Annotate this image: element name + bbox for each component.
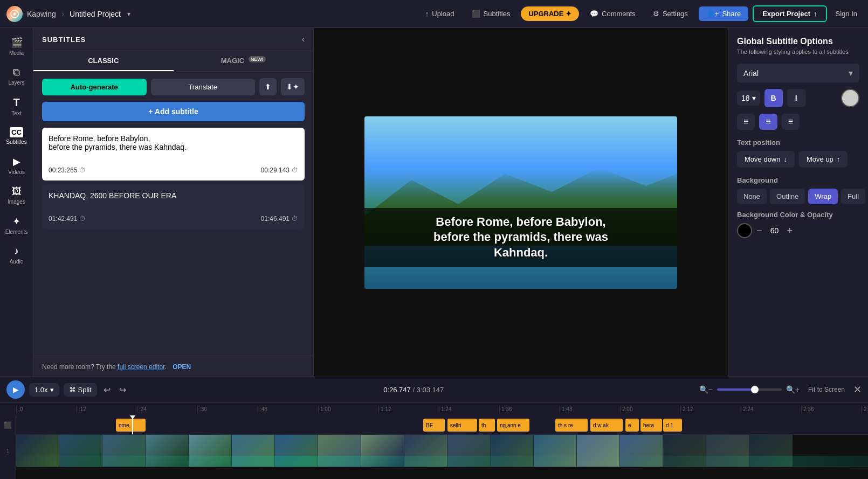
main-area: 🎬 Media ⧉ Layers T Text CC Subtitles ▶ V… <box>0 28 868 377</box>
opacity-minus-btn[interactable]: − <box>756 225 762 237</box>
subtitles-nav-label: Subtitles <box>484 10 511 18</box>
sidebar-label-media: Media <box>9 50 24 56</box>
sidebar-item-elements[interactable]: ✦ Elements <box>2 211 32 239</box>
brand-link[interactable]: Kapwing <box>27 10 56 18</box>
undo-btn[interactable]: ↩ <box>101 383 113 397</box>
export-icon: ↑ <box>814 10 817 18</box>
share-label: Share <box>722 10 741 18</box>
subtitle-times-2: 01:42.491 ⏱ 01:46.491 ⏱ <box>49 215 298 223</box>
auto-generate-btn[interactable]: Auto-generate <box>42 79 147 95</box>
sidebar-item-audio[interactable]: ♪ Audio <box>2 241 32 269</box>
subtitle-card-1[interactable]: Before Rome, before Babylon, before the … <box>42 128 305 181</box>
font-size-select[interactable]: 18 ▾ <box>737 91 760 106</box>
timeline-area: ▶ 1.0x ▾ ⌘ Split ↩ ↪ 0:26.747 / 3:03.147… <box>0 377 868 479</box>
move-up-btn[interactable]: Move up ↑ <box>799 151 848 168</box>
settings-btn[interactable]: ⚙ Settings <box>646 6 694 21</box>
italic-btn[interactable]: I <box>787 89 805 107</box>
zoom-slider[interactable] <box>717 388 782 391</box>
time-icon-2[interactable]: ⏱ <box>79 215 86 223</box>
subtitle-chip-1[interactable]: BE <box>423 419 445 432</box>
add-subtitle-btn[interactable]: + Add subtitle <box>42 102 305 121</box>
subtitle-chip-2[interactable]: sellri <box>447 419 477 432</box>
ruler-mark-10: 2:00 <box>620 406 680 412</box>
subtitle-chip-6[interactable]: d w ak <box>590 419 623 432</box>
zoom-in-icon[interactable]: 🔍+ <box>786 385 800 394</box>
download-subtitle-btn[interactable]: ⬇✦ <box>281 78 305 95</box>
split-btn[interactable]: ⌘ Split <box>64 383 97 397</box>
need-room-text: Need more room? Try the full screen edit… <box>42 363 168 371</box>
align-right-btn[interactable]: ≡ <box>782 114 800 130</box>
split-label: Split <box>78 386 92 394</box>
translate-btn[interactable]: Translate <box>151 79 256 95</box>
video-track-label: 1 <box>0 435 16 467</box>
top-navigation: Kapwing › Untitled Project ▾ ↑ Upload ⬛ … <box>0 0 868 28</box>
ruler-marks: :0 :12 :24 :36 :48 1:00 1:12 1:24 1:36 1… <box>16 406 868 412</box>
upgrade-btn[interactable]: UPGRADE ✦ <box>521 6 579 21</box>
subtitle-card-2[interactable]: KHANDAQ, 2600 BEFORE OUR ERA 01:42.491 ⏱… <box>42 185 305 229</box>
images-icon: 🖼 <box>12 186 22 197</box>
share-btn[interactable]: 👤+ Share <box>699 6 748 21</box>
bold-btn[interactable]: B <box>764 89 783 107</box>
align-row: ≡ ≡ ≡ <box>737 114 859 130</box>
move-down-btn[interactable]: Move down ↓ <box>737 151 795 168</box>
panel-close-btn[interactable]: ‹ <box>302 34 305 44</box>
bg-full-btn[interactable]: Full <box>841 189 865 204</box>
font-select-row[interactable]: Arial ▾ <box>737 64 859 82</box>
project-name: Untitled Project <box>70 10 121 18</box>
bg-wrap-btn[interactable]: Wrap <box>808 189 838 204</box>
text-color-picker[interactable] <box>841 89 859 107</box>
subtitle-chip-5[interactable]: th s re <box>555 419 588 432</box>
video-track <box>16 435 868 467</box>
zoom-out-icon[interactable]: 🔍− <box>699 385 713 394</box>
sidebar-item-layers[interactable]: ⧉ Layers <box>2 63 32 90</box>
tab-classic[interactable]: CLASSIC <box>33 51 174 71</box>
export-btn[interactable]: Export Project ↑ <box>753 5 826 22</box>
bg-color-picker[interactable] <box>737 223 752 238</box>
subtitle-chip-4[interactable]: ng,ann e <box>497 419 529 432</box>
ruler-mark-0: :0 <box>16 406 77 412</box>
bg-none-btn[interactable]: None <box>737 189 767 204</box>
tab-magic[interactable]: MAGIC NEW! <box>174 51 314 71</box>
open-link[interactable]: OPEN <box>173 363 191 371</box>
subtitle-text-1[interactable]: Before Rome, before Babylon, before the … <box>49 134 298 160</box>
video-area: Before Rome, before Babylon, before the … <box>314 28 728 377</box>
sidebar-item-media[interactable]: 🎬 Media <box>2 32 32 60</box>
align-left-btn[interactable]: ≡ <box>737 114 755 130</box>
subtitle-chip-0[interactable]: ome, <box>116 419 146 432</box>
fit-to-screen-btn[interactable]: Fit to Screen <box>804 384 849 395</box>
logo-icon <box>6 6 23 22</box>
upload-subtitle-btn[interactable]: ⬆ <box>259 78 277 95</box>
time-icon-1[interactable]: ⏱ <box>79 166 86 174</box>
subtitle-line-2: before the pyramids, there was <box>433 230 608 244</box>
sidebar-item-videos[interactable]: ▶ Videos <box>2 151 32 179</box>
play-btn[interactable]: ▶ <box>6 380 25 399</box>
comments-btn[interactable]: 💬 Comments <box>583 6 642 21</box>
subtitle-chip-7[interactable]: e <box>625 419 639 432</box>
sign-in-btn[interactable]: Sign In <box>831 6 862 21</box>
close-timeline-btn[interactable]: ✕ <box>853 384 862 395</box>
speed-btn[interactable]: 1.0x ▾ <box>29 383 59 397</box>
time-icon-end-1[interactable]: ⏱ <box>292 166 298 174</box>
bg-outline-btn[interactable]: Outline <box>770 189 805 204</box>
sidebar-item-images[interactable]: 🖼 Images <box>2 182 32 209</box>
speed-chevron-icon: ▾ <box>50 386 54 394</box>
project-chevron-btn[interactable]: ▾ <box>125 9 133 19</box>
upload-btn[interactable]: ↑ Upload <box>419 6 461 21</box>
sidebar-item-text[interactable]: T Text <box>2 92 32 121</box>
subtitle-chip-9[interactable]: d 1 <box>663 419 682 432</box>
font-name: Arial <box>743 69 759 78</box>
align-center-btn[interactable]: ≡ <box>759 114 777 130</box>
full-screen-editor-link[interactable]: full screen editor <box>118 363 164 371</box>
tracks-content[interactable]: ome, BE sellri th ng,ann e th s re d w a… <box>16 415 868 479</box>
comments-label: Comments <box>602 10 636 18</box>
redo-btn[interactable]: ↪ <box>117 383 128 397</box>
time-icon-end-2[interactable]: ⏱ <box>292 215 298 223</box>
subtitles-nav-btn[interactable]: ⬛ Subtitles <box>465 6 517 21</box>
sidebar-label-text: Text <box>11 110 21 116</box>
subtitle-chip-3[interactable]: th <box>479 419 495 432</box>
size-chevron-icon: ▾ <box>752 94 756 102</box>
opacity-plus-btn[interactable]: + <box>787 225 793 237</box>
subtitle-text-2[interactable]: KHANDAQ, 2600 BEFORE OUR ERA <box>49 191 298 209</box>
subtitle-chip-8[interactable]: hera <box>640 419 662 432</box>
sidebar-item-subtitles[interactable]: CC Subtitles <box>2 123 32 149</box>
